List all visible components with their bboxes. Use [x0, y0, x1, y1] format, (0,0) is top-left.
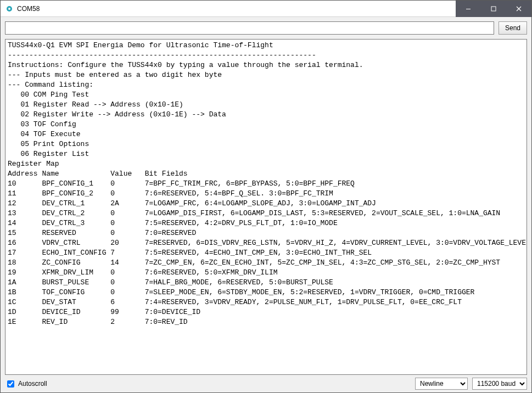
minimize-button[interactable]: [456, 1, 481, 17]
autoscroll-label: Autoscroll: [18, 380, 47, 388]
autoscroll-toggle[interactable]: Autoscroll: [5, 379, 47, 389]
serial-output[interactable]: TUSS44x0-Q1 EVM SPI Energia Demo for Ult…: [5, 39, 527, 375]
input-bar: Send: [1, 17, 531, 39]
serial-monitor-window: COM58 Send TUSS44x0-Q1 EVM SPI Energia D…: [0, 0, 532, 393]
app-icon: [5, 4, 14, 13]
send-button[interactable]: Send: [499, 21, 527, 35]
window-title: COM58: [17, 5, 40, 13]
line-ending-select[interactable]: Newline: [415, 378, 468, 390]
close-button[interactable]: [506, 1, 531, 17]
svg-rect-2: [466, 9, 471, 9]
autoscroll-checkbox[interactable]: [7, 380, 14, 388]
maximize-button[interactable]: [481, 1, 506, 17]
titlebar: COM58: [1, 1, 531, 17]
svg-point-1: [8, 8, 10, 10]
bottom-bar: Autoscroll Newline 115200 baud: [1, 375, 531, 392]
svg-rect-3: [491, 7, 496, 11]
baud-rate-select[interactable]: 115200 baud: [472, 378, 527, 390]
command-input[interactable]: [5, 21, 494, 35]
